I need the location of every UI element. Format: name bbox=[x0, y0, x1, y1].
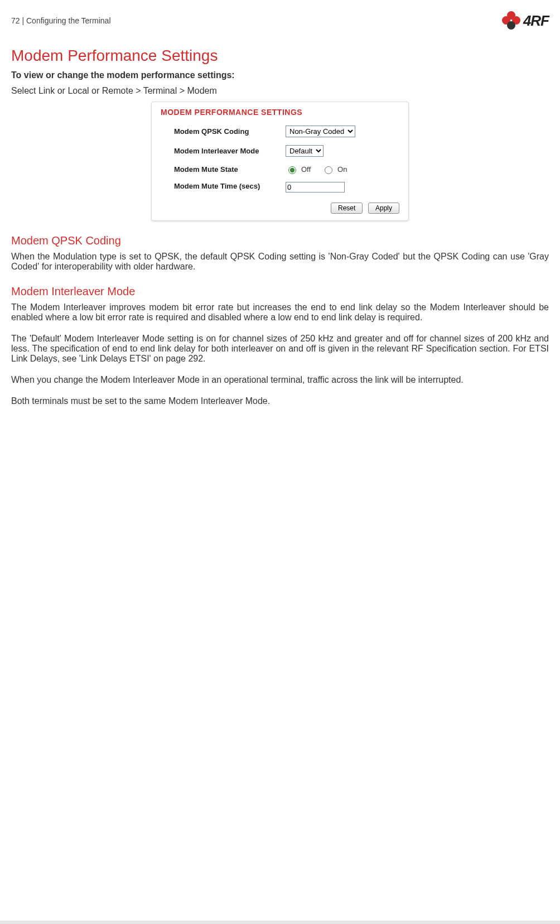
row-interleaver: Modem Interleaver Mode Default bbox=[152, 143, 408, 162]
nav-path: Select Link or Local or Remote > Termina… bbox=[11, 86, 549, 96]
page-header: 72 | Configuring the Terminal 4RF bbox=[11, 11, 549, 30]
apply-button[interactable]: Apply bbox=[368, 203, 399, 214]
label-mute-time: Modem Mute Time (secs) bbox=[174, 182, 286, 191]
row-qpsk-coding: Modem QPSK Coding Non-Gray Coded bbox=[152, 123, 408, 143]
row-mute-time: Modem Mute Time (secs) bbox=[152, 180, 408, 198]
row-mute-state: Modem Mute State Off On bbox=[152, 162, 408, 180]
settings-panel: MODEM PERFORMANCE SETTINGS Modem QPSK Co… bbox=[151, 102, 409, 221]
page-title: Modem Performance Settings bbox=[11, 47, 549, 65]
label-mute-state: Modem Mute State bbox=[174, 165, 286, 174]
para-interleaver-4: Both terminals must be set to the same M… bbox=[11, 396, 549, 406]
reset-button[interactable]: Reset bbox=[331, 203, 363, 214]
heading-interleaver: Modem Interleaver Mode bbox=[11, 285, 549, 298]
panel-header: MODEM PERFORMANCE SETTINGS bbox=[152, 102, 408, 123]
logo: 4RF bbox=[502, 11, 549, 30]
footer: Aprisa XE User Manual bbox=[0, 921, 560, 924]
label-interleaver: Modem Interleaver Mode bbox=[174, 147, 286, 155]
label-qpsk: Modem QPSK Coding bbox=[174, 127, 286, 136]
header-text: 72 | Configuring the Terminal bbox=[11, 16, 111, 25]
para-qpsk: When the Modulation type is set to QPSK,… bbox=[11, 252, 549, 272]
input-mute-time[interactable] bbox=[286, 182, 345, 192]
para-interleaver-1: The Modem Interleaver improves modem bit… bbox=[11, 302, 549, 323]
clover-icon bbox=[502, 11, 521, 30]
para-interleaver-2: The 'Default' Modem Interleaver Mode set… bbox=[11, 334, 549, 364]
section-name: Configuring the Terminal bbox=[26, 16, 111, 25]
radio-mute-off[interactable] bbox=[288, 166, 296, 174]
page-number: 72 bbox=[11, 16, 20, 25]
radio-mute-on[interactable] bbox=[325, 166, 332, 174]
radio-label-off: Off bbox=[301, 165, 311, 174]
heading-qpsk-coding: Modem QPSK Coding bbox=[11, 234, 549, 247]
select-qpsk-coding[interactable]: Non-Gray Coded bbox=[286, 126, 355, 137]
para-interleaver-3: When you change the Modem Interleaver Mo… bbox=[11, 375, 549, 385]
radio-label-on: On bbox=[337, 165, 347, 174]
intro-instruction: To view or change the modem performance … bbox=[11, 70, 549, 80]
select-interleaver-mode[interactable]: Default bbox=[286, 145, 324, 157]
logo-text: 4RF bbox=[523, 12, 549, 30]
